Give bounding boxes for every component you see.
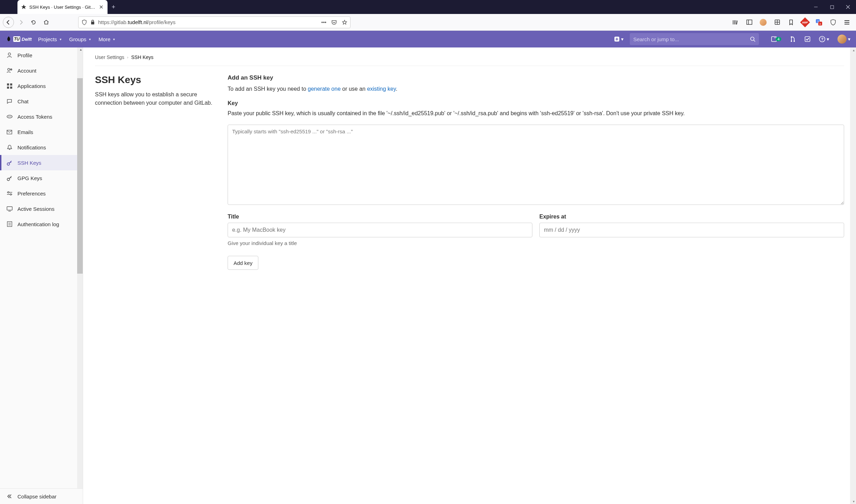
sidebar-item-emails[interactable]: Emails xyxy=(0,124,83,140)
expires-input[interactable] xyxy=(539,223,844,237)
key-icon xyxy=(6,175,13,181)
collapse-icon xyxy=(6,493,13,499)
sidebar-item-label: Preferences xyxy=(17,191,46,197)
svg-point-10 xyxy=(774,37,775,38)
library-icon[interactable] xyxy=(732,19,739,26)
sidebar-item-label: Applications xyxy=(17,83,46,89)
maximize-button[interactable] xyxy=(824,0,840,14)
user-avatar-icon xyxy=(837,35,847,44)
expires-label: Expires at xyxy=(539,214,844,220)
browser-toolbar: https://gitlab.tudelft.nl/profile/keys •… xyxy=(0,14,856,31)
extension-shield-icon[interactable] xyxy=(829,19,836,26)
breadcrumb: User Settings › SSH Keys xyxy=(95,54,844,66)
generate-one-link[interactable]: generate one xyxy=(308,86,340,92)
applications-icon xyxy=(6,83,13,89)
tracking-shield-icon[interactable] xyxy=(81,20,87,25)
extension-grid-icon[interactable] xyxy=(774,19,781,26)
gitlab-search[interactable] xyxy=(630,33,759,45)
nav-groups[interactable]: Groups xyxy=(69,36,91,42)
sidebar-item-label: SSH Keys xyxy=(17,160,41,166)
tab-close-button[interactable] xyxy=(98,4,104,10)
sidebar-item-notifications[interactable]: Notifications xyxy=(0,140,83,155)
browser-action-icons: ABP 文A xyxy=(732,19,853,26)
search-input[interactable] xyxy=(633,36,747,42)
svg-rect-2 xyxy=(747,20,752,24)
bookmark-star-icon[interactable] xyxy=(342,20,347,25)
svg-point-11 xyxy=(791,40,792,42)
svg-rect-1 xyxy=(91,22,94,24)
page-scrollbar[interactable]: ▴ ▾ xyxy=(850,47,856,504)
bookmark-ribbon-icon[interactable] xyxy=(788,19,795,26)
sidebar-item-label: Access Tokens xyxy=(17,114,52,120)
collapse-sidebar-button[interactable]: Collapse sidebar xyxy=(0,488,83,504)
breadcrumb-root[interactable]: User Settings xyxy=(95,54,124,60)
nav-projects[interactable]: Projects xyxy=(38,36,61,42)
title-input[interactable] xyxy=(228,223,532,237)
new-tab-button[interactable]: + xyxy=(108,0,119,14)
app-menu-icon[interactable] xyxy=(843,19,850,26)
close-window-button[interactable] xyxy=(840,0,856,14)
home-button[interactable] xyxy=(40,17,52,28)
merge-requests-icon[interactable] xyxy=(790,36,796,42)
url-bar[interactable]: https://gitlab.tudelft.nl/profile/keys •… xyxy=(78,16,350,28)
ssh-key-textarea[interactable] xyxy=(228,125,844,205)
svg-point-12 xyxy=(794,40,795,42)
lock-icon[interactable] xyxy=(90,20,95,25)
key-label: Key xyxy=(228,100,844,106)
minimize-button[interactable] xyxy=(808,0,824,14)
page-actions-icon[interactable]: ••• xyxy=(321,20,326,25)
window-controls xyxy=(808,0,856,14)
svg-rect-23 xyxy=(10,87,12,89)
sidebar-item-chat[interactable]: Chat xyxy=(0,94,83,109)
svg-rect-22 xyxy=(7,87,9,89)
svg-text:文: 文 xyxy=(817,20,819,22)
forward-button[interactable] xyxy=(15,17,27,28)
sidebar-item-auth-log[interactable]: Authentication log xyxy=(0,216,83,232)
sidebar-item-gpg-keys[interactable]: GPG Keys xyxy=(0,170,83,186)
chevron-down-icon: ▾ xyxy=(827,36,829,42)
profile-avatar-icon[interactable] xyxy=(760,19,767,26)
sidebar-item-account[interactable]: Account xyxy=(0,63,83,78)
scroll-up-icon[interactable]: ▴ xyxy=(80,47,82,51)
scroll-down-icon[interactable]: ▾ xyxy=(853,499,855,503)
sidebar-icon[interactable] xyxy=(746,19,753,26)
svg-point-29 xyxy=(7,163,9,165)
sidebar-scrollbar[interactable]: ▴ xyxy=(77,47,83,488)
reload-button[interactable] xyxy=(28,17,39,28)
sidebar-item-profile[interactable]: Profile xyxy=(0,47,83,63)
main-content: User Settings › SSH Keys SSH Keys SSH ke… xyxy=(83,47,856,504)
browser-tab-active[interactable]: SSH Keys · User Settings · GitLa xyxy=(17,0,108,14)
sidebar-item-label: Emails xyxy=(17,129,33,135)
reader-pocket-icon[interactable] xyxy=(331,20,337,25)
sidebar-item-ssh-keys[interactable]: SSH Keys xyxy=(0,155,83,170)
user-dropdown[interactable]: ▾ xyxy=(837,35,850,44)
add-key-heading: Add an SSH key xyxy=(228,74,844,81)
svg-rect-14 xyxy=(805,37,810,42)
logo-text: Delft xyxy=(22,37,32,42)
nav-more[interactable]: More xyxy=(98,36,115,42)
sidebar-item-label: Active Sessions xyxy=(17,206,54,212)
url-text: https://gitlab.tudelft.nl/profile/keys xyxy=(98,19,318,25)
sidebar-item-applications[interactable]: Applications xyxy=(0,78,83,94)
translate-icon[interactable]: 文A xyxy=(816,19,822,26)
adblock-icon[interactable]: ABP xyxy=(802,19,809,26)
new-dropdown[interactable]: ▾ xyxy=(614,36,623,42)
help-dropdown[interactable]: ?▾ xyxy=(819,36,829,42)
svg-rect-0 xyxy=(831,6,834,9)
add-key-button[interactable]: Add key xyxy=(228,256,258,270)
issues-icon[interactable]: 4 xyxy=(771,36,781,42)
existing-key-link[interactable]: existing key xyxy=(367,86,396,92)
scroll-up-icon[interactable]: ▴ xyxy=(853,48,855,52)
back-button[interactable] xyxy=(3,17,14,28)
sidebar-item-access-tokens[interactable]: Access Tokens xyxy=(0,109,83,124)
account-icon xyxy=(6,67,13,74)
todos-icon[interactable] xyxy=(804,36,811,42)
gitlab-logo[interactable]: TUDelft xyxy=(6,36,32,42)
sidebar-item-active-sessions[interactable]: Active Sessions xyxy=(0,201,83,216)
svg-point-18 xyxy=(8,68,10,71)
sidebar-item-label: Authentication log xyxy=(17,221,59,227)
sidebar-item-preferences[interactable]: Preferences xyxy=(0,186,83,201)
sidebar-scroll-thumb[interactable] xyxy=(77,78,83,274)
chevron-down-icon: ▾ xyxy=(621,36,623,42)
breadcrumb-current: SSH Keys xyxy=(131,54,154,60)
